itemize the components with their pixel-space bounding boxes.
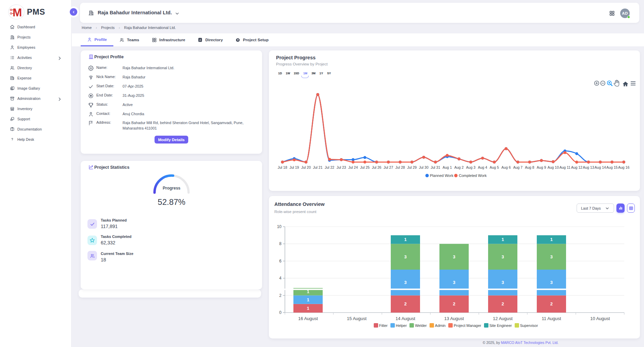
svg-text:3: 3: [501, 254, 504, 259]
svg-text:Aug 2: Aug 2: [454, 165, 464, 169]
svg-text:11 August: 11 August: [542, 316, 561, 321]
svg-text:2: 2: [404, 301, 406, 306]
svg-text:1: 1: [550, 237, 552, 242]
svg-text:0: 0: [279, 310, 281, 315]
svg-text:Jul 26: Jul 26: [372, 165, 381, 169]
svg-text:14 August: 14 August: [396, 316, 415, 321]
svg-text:2: 2: [550, 301, 552, 306]
svg-text:Aug 14: Aug 14: [595, 165, 606, 169]
svg-text:15 August: 15 August: [347, 316, 367, 321]
svg-text:Planned Work: Planned Work: [430, 174, 453, 178]
svg-text:Aug 16: Aug 16: [618, 165, 629, 169]
svg-text:Jul 25: Jul 25: [360, 165, 370, 169]
svg-text:Aug 10: Aug 10: [547, 165, 559, 169]
svg-text:2: 2: [453, 301, 455, 306]
svg-text:Jul 31: Jul 31: [431, 165, 440, 169]
svg-text:Aug 13: Aug 13: [583, 165, 594, 169]
svg-text:6: 6: [279, 259, 281, 263]
svg-text:Completed Work: Completed Work: [459, 174, 487, 178]
svg-text:Aug 1: Aug 1: [442, 165, 452, 169]
svg-text:Aug 15: Aug 15: [606, 165, 617, 169]
svg-text:10 August: 10 August: [590, 316, 610, 321]
svg-text:2: 2: [501, 301, 504, 306]
svg-text:Jul 19: Jul 19: [289, 165, 299, 169]
svg-text:Aug 7: Aug 7: [513, 165, 523, 169]
svg-text:Jul 22: Jul 22: [325, 165, 334, 169]
svg-text:3: 3: [404, 280, 406, 285]
svg-text:M: M: [13, 6, 21, 18]
svg-text:1: 1: [501, 237, 504, 242]
svg-text:Jul 18: Jul 18: [278, 165, 287, 169]
svg-text:3: 3: [453, 280, 455, 285]
svg-text:Aug 4: Aug 4: [478, 165, 487, 169]
svg-text:Aug 6: Aug 6: [501, 165, 511, 169]
svg-text:3: 3: [550, 254, 552, 259]
svg-text:Aug 3: Aug 3: [466, 165, 476, 169]
svg-text:2: 2: [279, 293, 281, 298]
svg-text:Jul 20: Jul 20: [301, 165, 311, 169]
svg-text:8: 8: [279, 241, 281, 246]
svg-text:Jul 28: Jul 28: [396, 165, 405, 169]
svg-text:1: 1: [404, 237, 406, 242]
svg-text:12 August: 12 August: [493, 316, 513, 321]
svg-text:Aug 11: Aug 11: [559, 165, 570, 169]
svg-text:3: 3: [501, 280, 504, 285]
svg-text:Jul 21: Jul 21: [313, 165, 322, 169]
svg-text:Jul 30: Jul 30: [419, 165, 429, 169]
svg-text:Jul 23: Jul 23: [337, 165, 346, 169]
svg-text:3: 3: [404, 254, 406, 259]
svg-text:Jul 29: Jul 29: [407, 165, 417, 169]
svg-text:Jul 27: Jul 27: [384, 165, 393, 169]
svg-text:3: 3: [550, 280, 552, 285]
svg-text:Aug 9: Aug 9: [537, 165, 546, 169]
svg-text:4: 4: [279, 276, 281, 281]
svg-text:3: 3: [453, 254, 455, 259]
svg-text:1: 1: [307, 297, 309, 302]
svg-text:1: 1: [307, 306, 309, 311]
svg-text:10: 10: [277, 224, 282, 229]
svg-text:16 August: 16 August: [298, 316, 318, 321]
svg-text:Aug 8: Aug 8: [525, 165, 534, 169]
svg-text:Jul 24: Jul 24: [348, 165, 358, 169]
svg-text:Aug 12: Aug 12: [571, 165, 582, 169]
svg-text:13 August: 13 August: [444, 316, 464, 321]
svg-text:Aug 5: Aug 5: [489, 165, 499, 169]
